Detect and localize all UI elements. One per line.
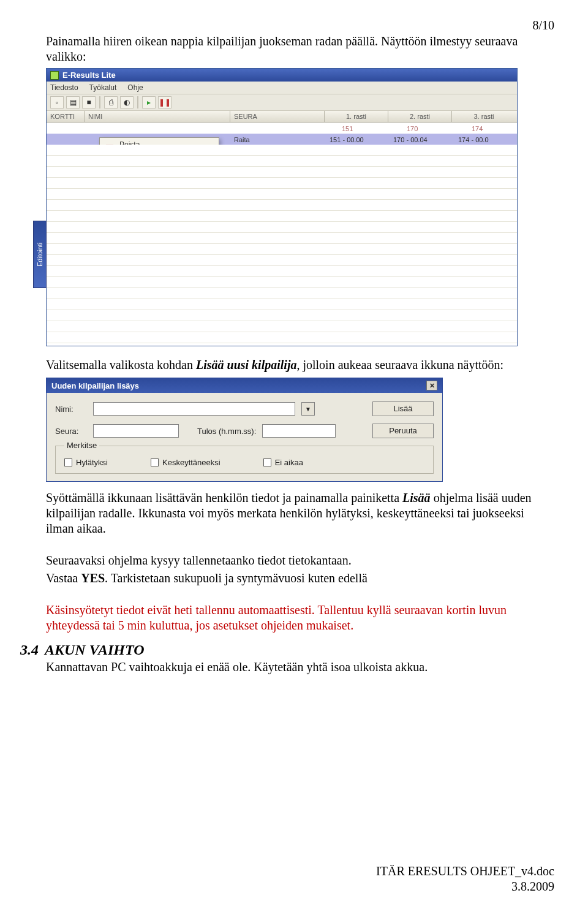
tb-new-icon[interactable]: ▫: [50, 96, 64, 108]
row0-r3: 174: [469, 124, 485, 134]
dialog-title: Uuden kilpailijan lisäys: [51, 381, 139, 390]
tb-chart-icon[interactable]: ◐: [120, 96, 134, 108]
checkbox-icon[interactable]: [151, 458, 159, 466]
window-title: E-Results Lite: [62, 70, 116, 80]
input-tulos[interactable]: [262, 424, 336, 438]
cb-eiaika-label: Ei aikaa: [275, 458, 303, 467]
menu-tools[interactable]: Työkalut: [89, 83, 117, 92]
ctx-sort-label: Järjestä radan kilpailijat: [119, 197, 196, 205]
ctx-rename[interactable]: aⁱ Nimeä uudelleen: [100, 166, 219, 180]
col-rasti2[interactable]: 2. rasti: [388, 111, 452, 122]
add-button[interactable]: Lisää: [372, 401, 434, 416]
cb-kesk-label: Keskeyttäneeksi: [162, 458, 221, 467]
sel-r1: 151 - 00.00: [327, 135, 366, 145]
tb-sep: [99, 96, 100, 108]
col-nimi[interactable]: NIMI: [85, 111, 230, 122]
mid-text: Valitsemalla valikosta kohdan Lisää uusi…: [46, 357, 554, 373]
col-rasti3[interactable]: 3. rasti: [452, 111, 516, 122]
checkbox-icon[interactable]: [64, 458, 72, 466]
menubar: Tiedosto Työkalut Ohje: [47, 82, 517, 94]
ctx-delete-label: Poista: [119, 140, 140, 149]
col-rasti1[interactable]: 1. rasti: [325, 111, 388, 122]
row0-r1: 151: [339, 124, 355, 134]
ctx-add-competitor-label: Lisää uusi kilpailija: [119, 183, 180, 191]
cancel-button[interactable]: Peruuta: [372, 424, 434, 438]
cb-keskeyttaneeksi[interactable]: Keskeyttäneeksi: [151, 458, 221, 467]
cb-hylatyksi-label: Hylätyksi: [76, 458, 108, 467]
label-tulos: Tulos (h.mm.ss):: [197, 427, 256, 436]
eresults-window: E-Results Lite Tiedosto Työkalut Ohje ▫ …: [46, 68, 518, 346]
close-icon[interactable]: ✕: [426, 381, 437, 390]
section-3-4-heading: 3.4 AKUN VAIHTO: [20, 642, 554, 658]
ctx-rename-label: Nimeä uudelleen: [119, 169, 175, 177]
label-seura: Seura:: [55, 427, 87, 436]
tb-open-icon[interactable]: ▤: [66, 96, 80, 108]
ctx-add-course[interactable]: + Lisää uusi rata: [100, 152, 219, 166]
add-competitor-dialog: Uuden kilpailijan lisäys ✕ Nimi: ▼ Lisää…: [46, 378, 443, 482]
context-menu: — Poista + Lisää uusi rata aⁱ Nimeä uude…: [99, 137, 219, 208]
menu-help[interactable]: Ohje: [127, 83, 143, 92]
input-nimi[interactable]: [93, 402, 295, 416]
sel-raita: Raita: [232, 135, 252, 145]
after-dialog-p3: Vastaa YES. Tarkistetaan sukupuoli ja sy…: [46, 571, 554, 586]
window-titlebar: E-Results Lite: [47, 69, 517, 82]
cb-hylatyksi[interactable]: Hylätyksi: [64, 458, 108, 467]
sel-r3: 174 - 00.0: [456, 135, 491, 145]
ctx-add-competitor[interactable]: ✦ Lisää uusi kilpailija: [100, 180, 219, 194]
section-3-4-body: Kannattavan PC vaihtoakkuja ei enää ole.…: [46, 660, 554, 675]
ctx-delete[interactable]: — Poista: [100, 138, 219, 152]
plus-icon: +: [105, 154, 115, 163]
ctx-add-course-label: Lisää uusi rata: [119, 154, 167, 163]
sel-r2: 170 - 00.04: [391, 135, 430, 145]
after-dialog-p2: Seuraavaksi ohjelma kysyy tallennetaanko…: [46, 553, 554, 568]
tree-panel: - C 3 km ✦ 54: [47, 123, 85, 346]
label-nimi: Nimi:: [55, 405, 87, 414]
footer-date: 3.8.2009: [376, 879, 554, 894]
app-icon: [50, 71, 59, 80]
rename-icon: aⁱ: [105, 169, 115, 177]
tb-play-icon[interactable]: ▸: [142, 96, 156, 108]
minus-icon: —: [105, 140, 115, 149]
dialog-titlebar: Uuden kilpailijan lisäys ✕: [47, 378, 442, 393]
section-num: 3.4: [20, 642, 39, 658]
toolbar: ▫ ▤ ■ ⎙ ◐ ▸ ❚❚: [47, 94, 517, 111]
cb-eiaikaa[interactable]: Ei aikaa: [263, 458, 303, 467]
tb-pause-icon[interactable]: ❚❚: [158, 96, 172, 108]
sort-icon: ⇅: [105, 197, 115, 205]
menu-file[interactable]: Tiedosto: [50, 83, 78, 92]
fieldset-legend: Merkitse: [64, 441, 99, 450]
warning-text: Käsinsyötetyt tiedot eivät heti tallennu…: [46, 603, 554, 633]
col-seura[interactable]: SEURA: [230, 111, 325, 122]
ctx-sort[interactable]: ⇅ Järjestä radan kilpailijat: [100, 194, 219, 208]
tb-save-icon[interactable]: ■: [82, 96, 96, 108]
grid-body: Editointi - C 3 km ✦ 54 151 170 174 Rait…: [47, 123, 517, 346]
grid-row-0: [47, 123, 517, 134]
add-runner-icon: ✦: [105, 183, 115, 191]
merkitse-fieldset: Merkitse Hylätyksi Keskeyttäneeksi Ei ai…: [55, 446, 434, 474]
col-kortti[interactable]: KORTTI: [47, 111, 85, 122]
footer: ITÄR ERESULTS OHJEET_v4.doc 3.8.2009: [376, 864, 554, 894]
page-number: 8/10: [46, 18, 554, 32]
section-title: AKUN VAIHTO: [45, 642, 144, 658]
tb-sep: [137, 96, 138, 108]
after-dialog-p1: Syöttämällä ikkunaan lisättävän henkilön…: [46, 490, 554, 536]
checkbox-icon[interactable]: [263, 458, 271, 466]
tb-print-icon[interactable]: ⎙: [104, 96, 118, 108]
editointi-tab[interactable]: Editointi: [33, 221, 47, 288]
footer-file: ITÄR ERESULTS OHJEET_v4.doc: [376, 864, 554, 879]
nimi-dropdown-icon[interactable]: ▼: [301, 402, 315, 416]
row0-r2: 170: [404, 124, 420, 134]
intro-text: Painamalla hiiren oikean nappia kilpaili…: [46, 34, 554, 64]
input-seura[interactable]: [93, 424, 179, 438]
column-headers: KORTTI NIMI SEURA 1. rasti 2. rasti 3. r…: [47, 111, 517, 123]
